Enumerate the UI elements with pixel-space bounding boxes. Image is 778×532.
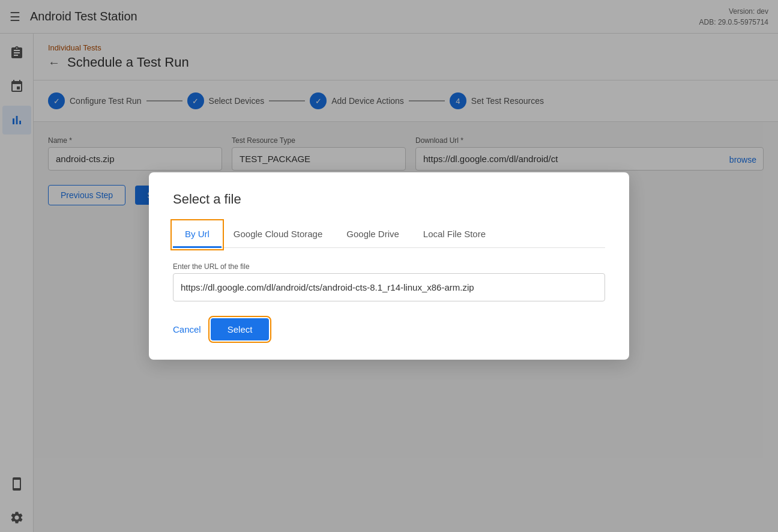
tab-local-file-store[interactable]: Local File Store [411,222,498,248]
tab-google-drive[interactable]: Google Drive [334,222,411,248]
dialog-url-input[interactable] [173,273,605,301]
url-area-label: Enter the URL of the file [173,262,605,271]
tab-google-cloud-storage[interactable]: Google Cloud Storage [222,222,334,248]
dialog-title: Select a file [173,192,605,207]
dialog-overlay: Select a file By Url Google Cloud Storag… [0,0,778,532]
dialog-cancel-button[interactable]: Cancel [173,324,201,334]
dialog-select-button[interactable]: Select [211,318,270,340]
select-file-dialog: Select a file By Url Google Cloud Storag… [149,172,629,360]
dialog-tabs: By Url Google Cloud Storage Google Drive… [173,222,605,248]
tab-by-url[interactable]: By Url [173,222,222,248]
url-area: Enter the URL of the file [173,262,605,301]
dialog-actions: Cancel Select [173,318,605,340]
